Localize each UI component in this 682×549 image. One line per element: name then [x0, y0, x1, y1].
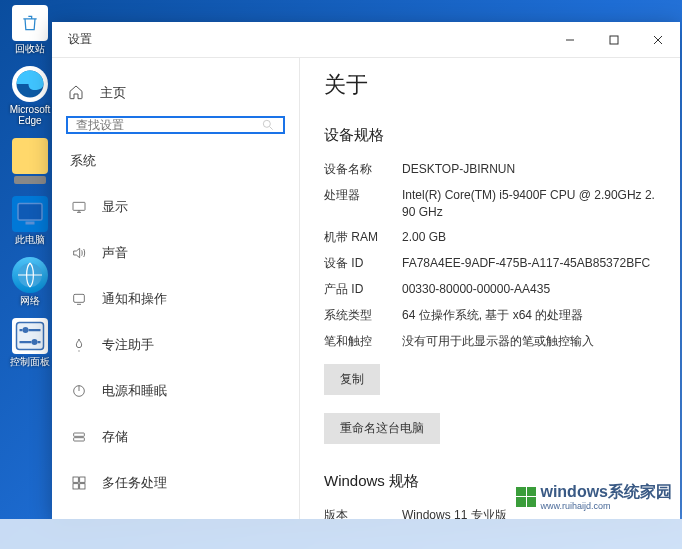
- home-label: 主页: [100, 84, 126, 102]
- search-box[interactable]: [66, 116, 285, 134]
- device-specs-header: 设备规格: [324, 126, 656, 145]
- content-area: 主页 系统 显示 声音 通知和操作 专注助手: [52, 58, 680, 519]
- spec-row-pen-touch: 笔和触控 没有可用于此显示器的笔或触控输入: [324, 333, 656, 350]
- sidebar-item-label: 专注助手: [102, 336, 154, 354]
- desktop-icons: 回收站 Microsoft Edge 此电脑 网络 控制面板: [5, 5, 55, 367]
- display-icon: [70, 198, 88, 216]
- svg-point-6: [32, 339, 38, 345]
- desktop-icon-label: 回收站: [15, 43, 45, 54]
- desktop-icon-label: [14, 176, 46, 184]
- copy-button[interactable]: 复制: [324, 364, 380, 395]
- watermark-text: windows系统家园: [540, 483, 672, 500]
- watermark: windows系统家园 www.ruihaijd.com: [516, 482, 672, 511]
- spec-key: 笔和触控: [324, 333, 402, 350]
- spec-value: DESKTOP-JBIRNUN: [402, 161, 656, 178]
- network-icon: [12, 257, 48, 293]
- spec-value: 00330-80000-00000-AA435: [402, 281, 656, 298]
- svg-rect-7: [610, 36, 618, 44]
- watermark-url: www.ruihaijd.com: [540, 501, 672, 511]
- svg-rect-12: [74, 433, 85, 436]
- svg-rect-17: [80, 484, 85, 489]
- desktop-icon-folder[interactable]: [5, 138, 55, 184]
- close-button[interactable]: [636, 22, 680, 58]
- sidebar-item-projecting[interactable]: 投影到此电脑: [62, 506, 289, 519]
- spec-row-device-name: 设备名称 DESKTOP-JBIRNUN: [324, 161, 656, 178]
- home-icon: [68, 84, 86, 102]
- desktop-icon-control-panel[interactable]: 控制面板: [5, 318, 55, 367]
- focus-assist-icon: [70, 336, 88, 354]
- edge-icon: [12, 66, 48, 102]
- notifications-icon: [70, 290, 88, 308]
- desktop-icon-label: 此电脑: [15, 234, 45, 245]
- svg-rect-4: [17, 323, 44, 350]
- spec-row-processor: 处理器 Intel(R) Core(TM) i5-9400F CPU @ 2.9…: [324, 187, 656, 221]
- spec-key: 机带 RAM: [324, 229, 402, 246]
- sidebar: 主页 系统 显示 声音 通知和操作 专注助手: [52, 58, 300, 519]
- spec-key: 设备 ID: [324, 255, 402, 272]
- sidebar-item-sound[interactable]: 声音: [62, 230, 289, 276]
- sidebar-item-multitasking[interactable]: 多任务处理: [62, 460, 289, 506]
- folder-icon: [12, 138, 48, 174]
- svg-rect-14: [73, 477, 78, 482]
- spec-row-device-id: 设备 ID FA78A4EE-9ADF-475B-A117-45AB85372B…: [324, 255, 656, 272]
- sidebar-item-power-sleep[interactable]: 电源和睡眠: [62, 368, 289, 414]
- maximize-button[interactable]: [592, 22, 636, 58]
- sidebar-section-header: 系统: [62, 152, 289, 184]
- sidebar-item-display[interactable]: 显示: [62, 184, 289, 230]
- spec-value: 没有可用于此显示器的笔或触控输入: [402, 333, 656, 350]
- sidebar-item-label: 电源和睡眠: [102, 382, 167, 400]
- watermark-logo-icon: [516, 487, 536, 507]
- spec-key: 产品 ID: [324, 281, 402, 298]
- spec-value: 2.00 GB: [402, 229, 656, 246]
- svg-rect-16: [73, 484, 78, 489]
- sidebar-item-notifications[interactable]: 通知和操作: [62, 276, 289, 322]
- spec-value: 64 位操作系统, 基于 x64 的处理器: [402, 307, 656, 324]
- control-panel-icon: [12, 318, 48, 354]
- minimize-icon: [565, 35, 575, 45]
- sidebar-item-label: 显示: [102, 198, 128, 216]
- svg-rect-15: [80, 477, 85, 482]
- svg-rect-2: [26, 222, 35, 225]
- multitasking-icon: [70, 474, 88, 492]
- sound-icon: [70, 244, 88, 262]
- svg-rect-1: [18, 204, 42, 221]
- desktop-icon-label: Microsoft Edge: [5, 104, 55, 126]
- svg-rect-10: [74, 294, 85, 302]
- spec-key: 版本: [324, 507, 402, 519]
- sidebar-item-storage[interactable]: 存储: [62, 414, 289, 460]
- window-title: 设置: [68, 31, 548, 48]
- svg-rect-9: [73, 202, 85, 210]
- taskbar[interactable]: [0, 519, 682, 549]
- desktop-icon-recycle-bin[interactable]: 回收站: [5, 5, 55, 54]
- sidebar-item-label: 多任务处理: [102, 474, 167, 492]
- svg-rect-13: [74, 438, 85, 441]
- settings-window: 设置 主页 系统: [52, 22, 680, 519]
- desktop-icon-label: 控制面板: [10, 356, 50, 367]
- close-icon: [653, 35, 663, 45]
- desktop-icon-edge[interactable]: Microsoft Edge: [5, 66, 55, 126]
- spec-key: 设备名称: [324, 161, 402, 178]
- minimize-button[interactable]: [548, 22, 592, 58]
- search-icon: [261, 118, 275, 132]
- spec-key: 处理器: [324, 187, 402, 221]
- rename-pc-button[interactable]: 重命名这台电脑: [324, 413, 440, 444]
- spec-row-product-id: 产品 ID 00330-80000-00000-AA435: [324, 281, 656, 298]
- svg-point-8: [263, 120, 270, 127]
- search-input[interactable]: [76, 118, 261, 132]
- spec-row-system-type: 系统类型 64 位操作系统, 基于 x64 的处理器: [324, 307, 656, 324]
- this-pc-icon: [12, 196, 48, 232]
- spec-key: 系统类型: [324, 307, 402, 324]
- spec-value: FA78A4EE-9ADF-475B-A117-45AB85372BFC: [402, 255, 656, 272]
- sidebar-item-label: 通知和操作: [102, 290, 167, 308]
- spec-row-ram: 机带 RAM 2.00 GB: [324, 229, 656, 246]
- page-title: 关于: [324, 70, 656, 100]
- storage-icon: [70, 428, 88, 446]
- home-link[interactable]: 主页: [62, 76, 289, 116]
- sidebar-item-focus-assist[interactable]: 专注助手: [62, 322, 289, 368]
- maximize-icon: [609, 35, 619, 45]
- main-content: 关于 设备规格 设备名称 DESKTOP-JBIRNUN 处理器 Intel(R…: [300, 58, 680, 519]
- sidebar-item-label: 存储: [102, 428, 128, 446]
- desktop-icon-this-pc[interactable]: 此电脑: [5, 196, 55, 245]
- power-icon: [70, 382, 88, 400]
- desktop-icon-network[interactable]: 网络: [5, 257, 55, 306]
